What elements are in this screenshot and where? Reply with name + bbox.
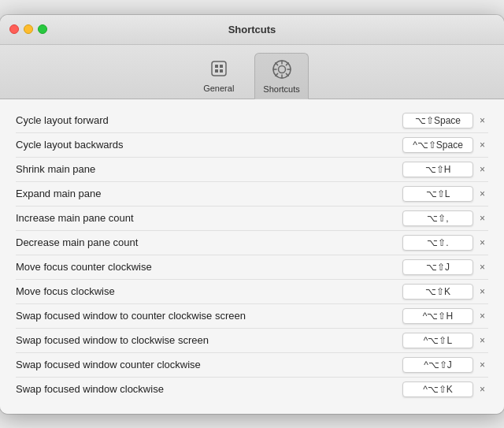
- svg-line-14: [275, 73, 277, 76]
- window-title: Shortcuts: [228, 24, 276, 35]
- shortcut-binding: ⌥⇧J×: [402, 259, 488, 275]
- shortcut-key-box[interactable]: ⌥⇧L: [402, 186, 473, 202]
- shortcut-binding: ⌥⇧Space×: [402, 113, 488, 128]
- shortcut-binding: ⌥⇧K×: [402, 284, 488, 300]
- svg-rect-3: [220, 65, 223, 68]
- titlebar: Shortcuts: [0, 15, 504, 45]
- shortcut-clear-button[interactable]: ×: [476, 310, 488, 322]
- shortcut-key-box[interactable]: ⌥⇧K: [402, 284, 473, 300]
- svg-line-11: [275, 62, 277, 65]
- shortcut-clear-button[interactable]: ×: [476, 285, 488, 298]
- tab-row: General: [195, 53, 309, 99]
- shortcut-binding: ⌥⇧L×: [402, 186, 488, 202]
- shortcuts-content: Cycle layout forward⌥⇧Space×Cycle layout…: [0, 99, 504, 414]
- shortcut-clear-button[interactable]: ×: [476, 139, 488, 151]
- shortcut-label: Move focus clockwise: [16, 285, 115, 297]
- shortcut-key-box[interactable]: ^⌥⇧H: [402, 308, 473, 324]
- shortcut-clear-button[interactable]: ×: [476, 334, 488, 347]
- shortcut-key-box[interactable]: ^⌥⇧K: [402, 381, 473, 397]
- shortcut-binding: ^⌥⇧L×: [402, 333, 488, 348]
- shortcut-row: Swap focused window to counter clockwise…: [16, 304, 488, 329]
- shortcut-label: Swap focused window to clockwise screen: [16, 334, 209, 346]
- svg-rect-0: [212, 61, 226, 76]
- shortcut-clear-button[interactable]: ×: [476, 212, 488, 225]
- shortcut-row: Swap focused window clockwise^⌥⇧K×: [16, 378, 488, 401]
- tab-general-label: General: [203, 84, 234, 93]
- svg-rect-4: [220, 69, 223, 73]
- tab-shortcuts[interactable]: Shortcuts: [254, 53, 308, 99]
- shortcut-label: Move focus counter clockwise: [16, 261, 152, 273]
- shortcut-binding: ⌥⇧H×: [402, 162, 488, 177]
- shortcut-binding: ^⌥⇧H×: [402, 308, 488, 324]
- shortcut-key-box[interactable]: ^⌥⇧Space: [402, 137, 473, 153]
- maximize-button[interactable]: [38, 24, 47, 34]
- shortcut-label: Cycle layout backwards: [16, 139, 124, 151]
- svg-point-6: [278, 65, 285, 73]
- tab-shortcuts-label: Shortcuts: [263, 84, 299, 94]
- shortcut-label: Swap focused window clockwise: [16, 383, 164, 395]
- shortcut-row: Swap focused window to clockwise screen^…: [16, 329, 488, 353]
- shortcut-binding: ⌥⇧,×: [402, 210, 488, 226]
- toolbar: General: [0, 45, 504, 99]
- minimize-button[interactable]: [24, 24, 33, 34]
- shortcut-row: Expand main pane⌥⇧L×: [16, 182, 488, 207]
- shortcut-label: Swap focused window to counter clockwise…: [16, 310, 246, 322]
- shortcut-binding: ^⌥⇧K×: [402, 381, 488, 397]
- shortcut-clear-button[interactable]: ×: [476, 114, 488, 127]
- tab-general[interactable]: General: [195, 53, 242, 99]
- shortcut-clear-button[interactable]: ×: [476, 383, 488, 396]
- shortcut-label: Shrink main pane: [16, 163, 95, 175]
- traffic-lights: [9, 24, 47, 34]
- shortcut-binding: ^⌥⇧J×: [402, 357, 488, 373]
- svg-rect-2: [215, 69, 218, 73]
- svg-rect-1: [215, 65, 218, 68]
- shortcut-row: Cycle layout forward⌥⇧Space×: [16, 109, 488, 133]
- shortcut-row: Decrease main pane count⌥⇧.×: [16, 231, 488, 255]
- shortcut-binding: ⌥⇧.×: [402, 235, 488, 251]
- shortcut-clear-button[interactable]: ×: [476, 188, 488, 200]
- shortcut-row: Shrink main pane⌥⇧H×: [16, 158, 488, 182]
- shortcut-row: Move focus counter clockwise⌥⇧J×: [16, 255, 488, 280]
- shortcut-clear-button[interactable]: ×: [476, 163, 488, 176]
- shortcut-clear-button[interactable]: ×: [476, 236, 488, 249]
- shortcuts-icon: [269, 57, 295, 82]
- shortcut-row: Move focus clockwise⌥⇧K×: [16, 280, 488, 304]
- shortcut-label: Cycle layout forward: [16, 114, 109, 126]
- shortcut-label: Swap focused window counter clockwise: [16, 359, 201, 370]
- shortcut-binding: ^⌥⇧Space×: [402, 137, 488, 153]
- general-icon: [206, 56, 232, 81]
- shortcut-key-box[interactable]: ⌥⇧Space: [402, 113, 473, 128]
- shortcut-key-box[interactable]: ⌥⇧.: [402, 235, 473, 251]
- shortcut-clear-button[interactable]: ×: [476, 359, 488, 371]
- svg-line-13: [286, 62, 288, 65]
- svg-line-12: [286, 73, 288, 76]
- shortcut-label: Decrease main pane count: [16, 236, 138, 248]
- shortcut-key-box[interactable]: ⌥⇧H: [402, 162, 473, 177]
- shortcut-key-box[interactable]: ⌥⇧J: [402, 259, 473, 275]
- shortcut-label: Expand main pane: [16, 188, 101, 199]
- shortcut-row: Increase main pane count⌥⇧,×: [16, 207, 488, 231]
- shortcut-row: Swap focused window counter clockwise^⌥⇧…: [16, 353, 488, 378]
- shortcut-key-box[interactable]: ^⌥⇧L: [402, 333, 473, 348]
- main-window: Shortcuts General: [0, 15, 504, 414]
- shortcut-label: Increase main pane count: [16, 212, 134, 224]
- shortcut-key-box[interactable]: ^⌥⇧J: [402, 357, 473, 373]
- shortcut-key-box[interactable]: ⌥⇧,: [402, 210, 473, 226]
- shortcut-row: Cycle layout backwards^⌥⇧Space×: [16, 133, 488, 158]
- close-button[interactable]: [9, 24, 19, 34]
- shortcut-clear-button[interactable]: ×: [476, 261, 488, 274]
